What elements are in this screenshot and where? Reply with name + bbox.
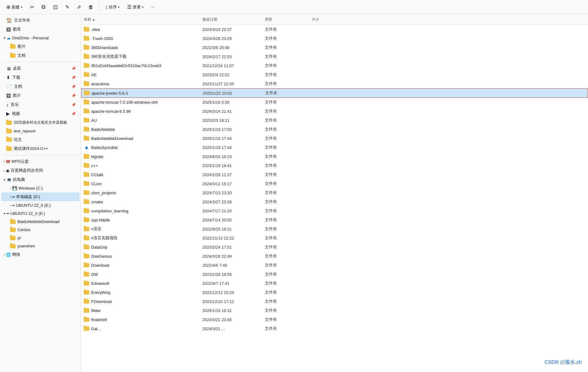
sidebar-item-gallery[interactable]: 🖼 图库 <box>1 25 80 34</box>
table-row[interactable]: DW2023/2/28 18:55文件夹 <box>81 270 588 279</box>
windowsc-icon: 💾 <box>12 186 17 191</box>
sidebar-item-pr[interactable]: pr <box>1 234 80 242</box>
view-button[interactable]: ☰ 查看 ▾ <box>124 2 147 12</box>
col-header-date[interactable]: 修改日期 <box>200 16 262 23</box>
file-name-cell: 951d2cbf3aaebb62c5310ac70c13ceb3 <box>81 63 200 69</box>
sort-button[interactable]: ↕ 排序 ▾ <box>102 3 123 12</box>
sidebar-item-baidunetdisk[interactable]: BaiduNetdiskDownload <box>1 218 80 226</box>
sidebar-item-download[interactable]: ⬇ 下载 📌 <box>1 73 80 82</box>
table-row[interactable]: 360安全浏览器下载2024/2/17 21:53文件夹 <box>81 52 588 61</box>
table-row[interactable]: ◆BaiduSyncdisk2025/1/19 17:44文件夹 <box>81 143 588 152</box>
sidebar-item-test[interactable]: test_repoort <box>1 127 80 135</box>
file-name-text: apache-jmeter-5.6.3 <box>91 91 128 96</box>
sidebar-item-documents-od[interactable]: 文档 <box>1 51 80 60</box>
table-row[interactable]: DiskGenius2024/3/28 22:49文件夹 <box>81 252 588 261</box>
more-button[interactable]: ··· <box>148 3 158 11</box>
file-date-cell: 2024/3/12 16:17 <box>200 181 262 187</box>
table-row[interactable]: compilation_learning2024/7/17 21:20文件夹 <box>81 206 588 216</box>
sidebar-item-ubuntue1[interactable]: › ━ UBUNTU 22_0 (E:) <box>1 201 80 209</box>
sidebar-item-folder2025[interactable]: 2025届本科论文相关文件及模板 <box>1 118 80 127</box>
sidebar-item-testcourse[interactable]: 测试课件2024-C++ <box>1 144 80 153</box>
sidebar-item-music[interactable]: ♪ 音乐 📌 <box>1 100 80 109</box>
file-name-text: c++ <box>91 163 98 168</box>
sidebar-item-onedrive[interactable]: ▾ ☁ OneDrive - Personal <box>1 34 80 42</box>
cut-button[interactable]: ✂ <box>27 2 37 12</box>
file-name-cell: anacdona <box>81 81 200 87</box>
paste-button[interactable]: ⊡ <box>50 2 61 12</box>
file-date-cell: 2022/11/12 22:22 <box>200 235 262 241</box>
file-date-cell: 2023/11/27 22:35 <box>200 81 262 87</box>
file-date-cell: 2023/2/24 17:01 <box>200 244 262 250</box>
col-header-size[interactable]: 大小 <box>309 16 347 23</box>
table-row[interactable]: cmake2024/3/27 23:28文件夹 <box>81 197 588 206</box>
sidebar-item-network[interactable]: › 🌐 网络 <box>1 250 80 259</box>
sidebar-item-thispc[interactable]: ▾ 💻 此电脑 <box>1 175 80 184</box>
sidebar-item-locald[interactable]: › ━ 本地磁盘 (D:) <box>1 192 80 201</box>
sidebar-item-docfolder[interactable]: 📄 文档 📌 <box>1 82 80 91</box>
file-name-cell: AE <box>81 72 200 78</box>
network-chevron-icon: › <box>4 253 5 256</box>
sidebar-item-yuanshen[interactable]: yuanshen <box>1 242 80 250</box>
copy-button[interactable]: ⧉ <box>38 2 49 12</box>
table-row[interactable]: c语言2022/9/25 16:21文件夹 <box>81 225 588 234</box>
sidebar-item-ubuntue2[interactable]: ▾ ━ UBUNTU 22_0 (E:) <box>1 210 80 217</box>
table-row[interactable]: finalshell2024/3/21 23:45文件夹 <box>81 315 588 324</box>
new-button[interactable]: ⊕ 新建 ▾ <box>3 2 26 12</box>
sidebar-item-baiducloud[interactable]: › ◉ 百度网盘同步空间 <box>1 166 80 175</box>
delete-button[interactable]: 🗑 <box>85 3 96 12</box>
table-row[interactable]: anacdona2023/11/27 22:35文件夹 <box>81 79 588 88</box>
sidebar-label-windowsc: Windows (C:) <box>18 186 43 191</box>
table-row[interactable]: fillder2025/1/16 16:31文件夹 <box>81 306 588 315</box>
file-type-cell: 文件夹 <box>262 171 309 178</box>
table-row[interactable]: 951d2cbf3aaebb62c5310ac70c13ceb32021/12/… <box>81 61 588 70</box>
file-date-cell: 2022/12/12 10:24 <box>200 290 262 295</box>
table-row[interactable]: BaiduNetdiskDownload2025/1/19 17:44文件夹 <box>81 134 588 143</box>
sidebar-item-imgfolder[interactable]: 🖼 图片 📌 <box>1 91 80 100</box>
table-row[interactable]: AE2023/2/4 22:02文件夹 <box>81 70 588 79</box>
table-row[interactable]: Everything2022/12/12 10:24文件夹 <box>81 288 588 297</box>
table-row[interactable]: Edrawsoft2022/9/7 17:41文件夹 <box>81 279 588 288</box>
file-size-cell <box>309 283 347 284</box>
table-row[interactable]: AU2023/2/3 18:11文件夹 <box>81 116 588 125</box>
file-name-text: 360Downloads <box>91 45 118 50</box>
sidebar-label-wpscloud: WPS云盘 <box>12 159 29 164</box>
pictures-folder-icon <box>10 44 16 49</box>
table-row[interactable]: clion_projects2024/7/13 23:20文件夹 <box>81 188 588 197</box>
sidebar-item-wpscloud[interactable]: › W WPS云盘 <box>1 157 80 166</box>
sidebar-item-home[interactable]: 🏠 主文件夹 <box>1 16 80 25</box>
col-header-type[interactable]: 类型 <box>262 16 309 23</box>
sidebar-item-centos[interactable]: Centos <box>1 226 80 234</box>
file-date-cell: 2025/1/16 0:35 <box>200 99 262 105</box>
col-header-name[interactable]: 名称 ▲ <box>81 16 200 23</box>
file-size-cell <box>309 201 347 202</box>
table-row[interactable]: .Trash-10002024/3/28 23:29文件夹 <box>81 34 588 43</box>
table-row[interactable]: c++2023/1/19 18:41文件夹 <box>81 161 588 170</box>
table-row[interactable]: Download2022/4/6 7:49文件夹 <box>81 261 588 270</box>
sidebar-label-pictures: 图片 <box>17 44 26 49</box>
sidebar-item-lunwen[interactable]: 论文 <box>1 135 80 144</box>
table-row[interactable]: 360Downloads2022/3/6 20:48文件夹 <box>81 43 588 52</box>
table-row[interactable]: apache-tomcat-8.5.992024/3/14 21:41文件夹 <box>81 107 588 116</box>
sidebar-item-video[interactable]: ▶ 视频 📌 <box>1 109 80 118</box>
file-name-cell: apache-tomcat-8.5.99 <box>81 108 200 114</box>
table-row[interactable]: DataGrip2023/2/24 17:01文件夹 <box>81 243 588 252</box>
file-size-cell <box>309 147 347 148</box>
table-row[interactable]: BaiduNetdisk2025/1/19 17:50文件夹 <box>81 125 588 134</box>
share-button[interactable]: ⇗ <box>74 2 84 12</box>
table-row[interactable]: Gal...2024/3/21 ...文件夹 <box>81 324 588 333</box>
sidebar-item-pictures[interactable]: 图片 <box>1 42 80 51</box>
table-row[interactable]: FDownload2022/12/10 17:12文件夹 <box>81 297 588 306</box>
table-row[interactable]: CLion2024/3/12 16:17文件夹 <box>81 179 588 188</box>
sidebar-item-windowsc[interactable]: › 💾 Windows (C:) <box>1 184 80 192</box>
table-row[interactable]: apache-jmeter-5.6.32025/1/22 10:02文件夹 <box>81 88 588 98</box>
folder-icon <box>84 191 89 195</box>
rename-button[interactable]: ✎ <box>62 2 72 12</box>
table-row[interactable]: cpp-httplib2024/7/14 20:50文件夹 <box>81 216 588 225</box>
table-row[interactable]: apache-tomcat-7.0.106-windows-x642025/1/… <box>81 98 588 107</box>
table-row[interactable]: CCtalk2024/2/28 11:37文件夹 <box>81 170 588 179</box>
table-row[interactable]: bigrats2024/6/16 16:23文件夹 <box>81 152 588 161</box>
table-row[interactable]: c语言实践报告2022/11/12 22:22文件夹 <box>81 234 588 243</box>
sidebar-item-desktop[interactable]: 🖥 桌面 📌 <box>1 64 80 73</box>
sidebar-label-locald: 本地磁盘 (D:) <box>16 194 40 200</box>
table-row[interactable]: .idea2024/3/14 22:37文件夹 <box>81 25 588 34</box>
